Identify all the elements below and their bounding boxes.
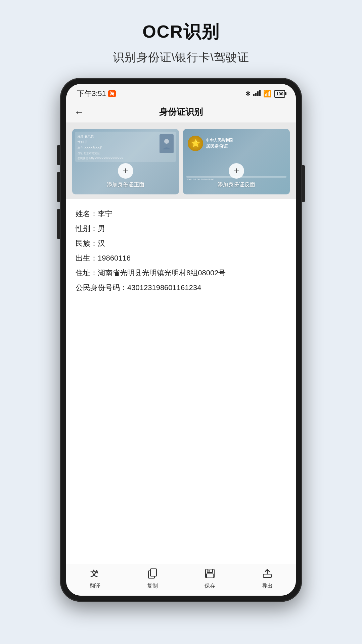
- ocr-ethnicity-line: 民族：汉: [76, 236, 286, 251]
- translate-icon: 文 A: [90, 568, 100, 581]
- card-front-add-overlay[interactable]: + 添加身份证正面: [72, 129, 179, 194]
- nav-item-translate[interactable]: 文 A 翻译: [66, 568, 124, 590]
- content-area: 姓名 崔凤英 性别 男 出生 XXXX年XX月 住址 北京市海淀区... 公民身…: [66, 123, 296, 564]
- ocr-result-area: 姓名：李宁 性别：男 民族：汉 出生：19860116 住址：湖南省光明县光明镇…: [66, 199, 296, 389]
- ocr-name-line: 姓名：李宁: [76, 206, 286, 221]
- copy-label: 复制: [147, 583, 158, 590]
- copy-icon: [147, 568, 158, 581]
- bottom-nav: 文 A 翻译 复制: [66, 564, 296, 596]
- phone-shell: 下午3:51 淘 ✱: [60, 78, 302, 602]
- svg-rect-10: [207, 569, 213, 572]
- page-subtitle: 识别身份证\银行卡\驾驶证: [113, 50, 249, 65]
- export-icon: [262, 568, 273, 581]
- card-back-slot[interactable]: ⭐ 中华人民共和国 居民身份证 2004.09.06-2026.09.06 + …: [183, 129, 290, 194]
- status-time: 下午3:51: [77, 89, 106, 99]
- ocr-birth-line: 出生：19860116: [76, 251, 286, 266]
- phone-screen: 下午3:51 淘 ✱: [66, 84, 296, 596]
- status-bar: 下午3:51 淘 ✱: [66, 84, 296, 102]
- ocr-address-line: 住址：湖南省光明县光明镇光明村8组08002号: [76, 266, 286, 280]
- svg-rect-12: [209, 570, 210, 572]
- nav-item-copy[interactable]: 复制: [124, 568, 181, 590]
- svg-rect-3: [259, 90, 261, 96]
- svg-text:A: A: [95, 569, 98, 574]
- save-label: 保存: [205, 583, 215, 590]
- card-front-label: 添加身份证正面: [107, 181, 144, 188]
- battery-icon: 100: [274, 90, 285, 98]
- save-icon: [205, 568, 215, 581]
- phone-wrapper: 下午3:51 淘 ✱: [60, 78, 302, 602]
- status-icons: ✱ 📶 100: [245, 90, 285, 98]
- svg-rect-8: [150, 569, 156, 576]
- card-back-label: 添加身份证反面: [218, 181, 255, 188]
- card-front-slot[interactable]: 姓名 崔凤英 性别 男 出生 XXXX年XX月 住址 北京市海淀区... 公民身…: [72, 129, 179, 194]
- card-back-add-overlay[interactable]: + 添加身份证反面: [183, 129, 290, 194]
- export-label: 导出: [262, 583, 273, 590]
- nav-item-save[interactable]: 保存: [181, 568, 238, 590]
- nav-title: 身份证识别: [84, 106, 278, 118]
- svg-rect-13: [263, 574, 271, 578]
- page-title: OCR识别: [142, 20, 220, 44]
- back-button[interactable]: ←: [74, 106, 84, 118]
- bluetooth-icon: ✱: [245, 90, 251, 97]
- nav-item-export[interactable]: 导出: [238, 568, 296, 590]
- ocr-gender-line: 性别：男: [76, 221, 286, 236]
- nav-bar: ← 身份证识别: [66, 102, 296, 123]
- taobao-badge: 淘: [108, 90, 116, 97]
- wifi-icon: 📶: [263, 90, 272, 98]
- svg-rect-2: [257, 91, 259, 96]
- plus-circle-front[interactable]: +: [118, 163, 133, 179]
- plus-circle-back[interactable]: +: [229, 163, 244, 179]
- svg-rect-0: [253, 94, 255, 96]
- ocr-id-line: 公民身份号码：430123198601161234: [76, 280, 286, 295]
- signal-icon: [253, 90, 261, 98]
- svg-rect-1: [255, 93, 257, 96]
- card-upload-section: 姓名 崔凤英 性别 男 出生 XXXX年XX月 住址 北京市海淀区... 公民身…: [66, 123, 296, 199]
- translate-label: 翻译: [90, 583, 100, 590]
- svg-rect-11: [207, 574, 213, 578]
